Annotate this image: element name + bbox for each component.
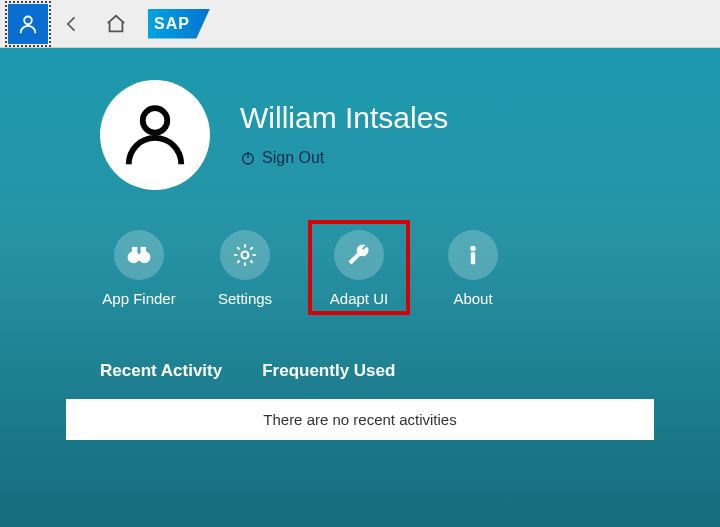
app-finder-label: App Finder: [102, 290, 175, 307]
adapt-ui-tile[interactable]: Adapt UI: [320, 230, 398, 307]
svg-rect-6: [133, 247, 137, 252]
actions-row: App Finder Settings Adapt UI About: [40, 202, 680, 321]
info-icon: [448, 230, 498, 280]
about-label: About: [453, 290, 492, 307]
svg-rect-10: [471, 253, 474, 264]
back-button[interactable]: [52, 4, 92, 44]
gear-icon: [220, 230, 270, 280]
svg-point-0: [24, 16, 32, 24]
me-area-button[interactable]: [8, 4, 48, 44]
header-bar: SAP: [0, 0, 720, 48]
profile-text: William Intsales Sign Out: [240, 101, 448, 170]
settings-label: Settings: [218, 290, 272, 307]
about-tile[interactable]: About: [434, 230, 512, 311]
empty-state-banner: There are no recent activities: [66, 399, 654, 440]
username-display: William Intsales: [240, 101, 448, 135]
svg-point-1: [143, 108, 168, 133]
svg-rect-7: [141, 247, 145, 252]
tab-recent-activity[interactable]: Recent Activity: [100, 361, 222, 381]
tab-frequently-used[interactable]: Frequently Used: [262, 361, 395, 381]
svg-point-9: [471, 246, 475, 250]
binoculars-icon: [114, 230, 164, 280]
profile-section: William Intsales Sign Out: [40, 68, 680, 202]
sign-out-label: Sign Out: [262, 149, 324, 167]
sap-logo: SAP: [148, 9, 210, 39]
home-button[interactable]: [96, 4, 136, 44]
wrench-icon: [334, 230, 384, 280]
me-area-panel: William Intsales Sign Out App Finder Set…: [0, 48, 720, 527]
settings-tile[interactable]: Settings: [206, 230, 284, 311]
section-tabs: Recent Activity Frequently Used: [40, 321, 680, 399]
adapt-ui-label: Adapt UI: [330, 290, 388, 307]
app-finder-tile[interactable]: App Finder: [100, 230, 178, 311]
power-icon: [240, 150, 256, 166]
highlight-indicator: Adapt UI: [308, 220, 410, 315]
avatar: [100, 80, 210, 190]
sign-out-link[interactable]: Sign Out: [240, 149, 324, 167]
svg-point-8: [242, 252, 249, 259]
